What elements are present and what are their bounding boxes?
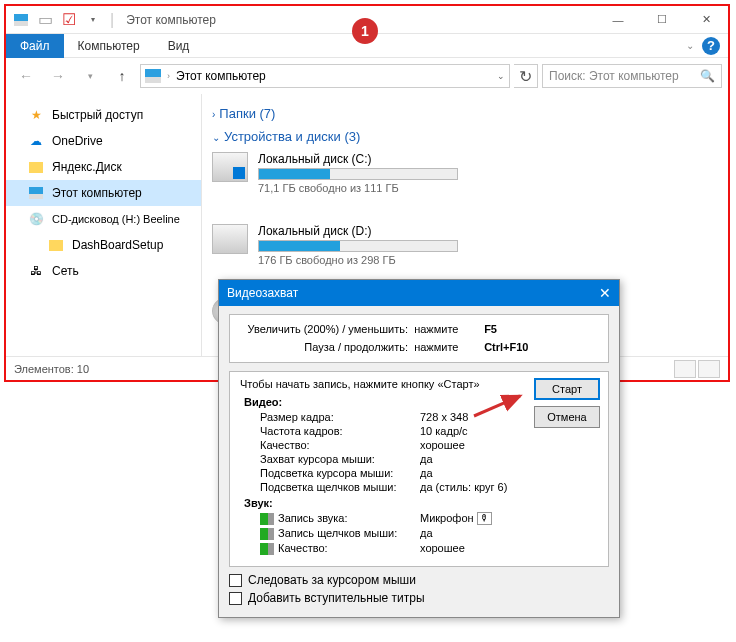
capacity-bar bbox=[258, 168, 458, 180]
search-placeholder: Поиск: Этот компьютер bbox=[549, 69, 679, 83]
vu-meter-icon bbox=[260, 543, 274, 555]
address-row: ← → ▾ ↑ › Этот компьютер ⌄ ↻ Поиск: Этот… bbox=[6, 58, 728, 94]
dialog-close-button[interactable]: ✕ bbox=[599, 285, 611, 301]
nav-back-button[interactable]: ← bbox=[12, 63, 40, 89]
annotation-marker-1: 1 bbox=[352, 18, 378, 44]
nav-forward-button[interactable]: → bbox=[44, 63, 72, 89]
capacity-bar bbox=[258, 240, 458, 252]
maximize-button[interactable]: ☐ bbox=[640, 6, 684, 34]
nav-up-button[interactable]: ↑ bbox=[108, 63, 136, 89]
close-button[interactable]: ✕ bbox=[684, 6, 728, 34]
sidebar-this-pc[interactable]: Этот компьютер bbox=[6, 180, 201, 206]
pc-icon bbox=[145, 69, 161, 83]
video-capture-dialog: Видеозахват ✕ Увеличить (200%) / уменьши… bbox=[218, 279, 620, 618]
sidebar-cd-drive[interactable]: 💿CD-дисковод (H:) Beeline bbox=[6, 206, 201, 232]
mic-settings-icon[interactable]: 🎙 bbox=[477, 512, 492, 525]
folder-icon bbox=[28, 159, 44, 175]
sidebar-onedrive[interactable]: ☁OneDrive bbox=[6, 128, 201, 154]
help-icon[interactable]: ? bbox=[702, 37, 720, 55]
vu-meter-icon bbox=[260, 513, 274, 525]
search-input[interactable]: Поиск: Этот компьютер 🔍 bbox=[542, 64, 722, 88]
sidebar-dashboard-setup[interactable]: DashBoardSetup bbox=[6, 232, 201, 258]
star-icon: ★ bbox=[28, 107, 44, 123]
tab-computer[interactable]: Компьютер bbox=[64, 34, 154, 58]
sidebar-yandex-disk[interactable]: Яндекс.Диск bbox=[6, 154, 201, 180]
search-icon: 🔍 bbox=[700, 69, 715, 83]
qat-properties-icon[interactable]: ▭ bbox=[34, 9, 56, 31]
drive-free-text: 71,1 ГБ свободно из 111 ГБ bbox=[258, 182, 458, 194]
pc-icon bbox=[28, 185, 44, 201]
drive-free-text: 176 ГБ свободно из 298 ГБ bbox=[258, 254, 458, 266]
section-folders[interactable]: ›Папки (7) bbox=[212, 106, 718, 121]
cloud-icon: ☁ bbox=[28, 133, 44, 149]
minimize-button[interactable]: — bbox=[596, 6, 640, 34]
capture-properties: Старт Отмена Чтобы начать запись, нажмит… bbox=[229, 371, 609, 567]
view-details-button[interactable] bbox=[674, 360, 696, 378]
network-icon: 🖧 bbox=[28, 263, 44, 279]
add-captions-checkbox[interactable]: Добавить вступительные титры bbox=[229, 591, 609, 605]
navigation-pane: ★Быстрый доступ ☁OneDrive Яндекс.Диск Эт… bbox=[6, 94, 202, 356]
audio-section-label: Звук: bbox=[244, 497, 598, 509]
section-devices[interactable]: ⌄Устройства и диски (3) bbox=[212, 129, 718, 144]
drive-label: Локальный диск (D:) bbox=[258, 224, 458, 238]
address-path: Этот компьютер bbox=[176, 69, 266, 83]
drive-label: Локальный диск (C:) bbox=[258, 152, 458, 166]
window-title: Этот компьютер bbox=[126, 13, 216, 27]
address-dropdown-icon[interactable]: ⌄ bbox=[497, 71, 505, 81]
sidebar-network[interactable]: 🖧Сеть bbox=[6, 258, 201, 284]
tab-file[interactable]: Файл bbox=[6, 34, 64, 58]
ribbon-expand-icon[interactable]: ⌄ bbox=[686, 40, 694, 51]
system-icon[interactable] bbox=[10, 9, 32, 31]
dialog-title: Видеозахват bbox=[227, 286, 298, 300]
sidebar-quick-access[interactable]: ★Быстрый доступ bbox=[6, 102, 201, 128]
drive-c[interactable]: Локальный диск (C:) 71,1 ГБ свободно из … bbox=[212, 152, 492, 194]
disc-icon: 💿 bbox=[28, 211, 44, 227]
view-icons-button[interactable] bbox=[698, 360, 720, 378]
cancel-button[interactable]: Отмена bbox=[534, 406, 600, 428]
vu-meter-icon bbox=[260, 528, 274, 540]
follow-cursor-checkbox[interactable]: Следовать за курсором мыши bbox=[229, 573, 609, 587]
qat-checkbox-icon[interactable]: ☑ bbox=[58, 9, 80, 31]
drive-icon bbox=[212, 152, 248, 182]
address-bar[interactable]: › Этот компьютер ⌄ bbox=[140, 64, 510, 88]
tab-view[interactable]: Вид bbox=[154, 34, 204, 58]
drive-icon bbox=[212, 224, 248, 254]
drive-d[interactable]: Локальный диск (D:) 176 ГБ свободно из 2… bbox=[212, 224, 492, 266]
qat-dropdown-icon[interactable]: ▾ bbox=[82, 9, 104, 31]
start-button[interactable]: Старт bbox=[534, 378, 600, 400]
dialog-title-bar[interactable]: Видеозахват ✕ bbox=[219, 280, 619, 306]
refresh-button[interactable]: ↻ bbox=[514, 64, 538, 88]
folder-icon bbox=[48, 237, 64, 253]
nav-recent-button[interactable]: ▾ bbox=[76, 63, 104, 89]
hotkey-hints: Увеличить (200%) / уменьшить: нажмитеF5 … bbox=[229, 314, 609, 363]
status-item-count: Элементов: 10 bbox=[14, 363, 89, 375]
